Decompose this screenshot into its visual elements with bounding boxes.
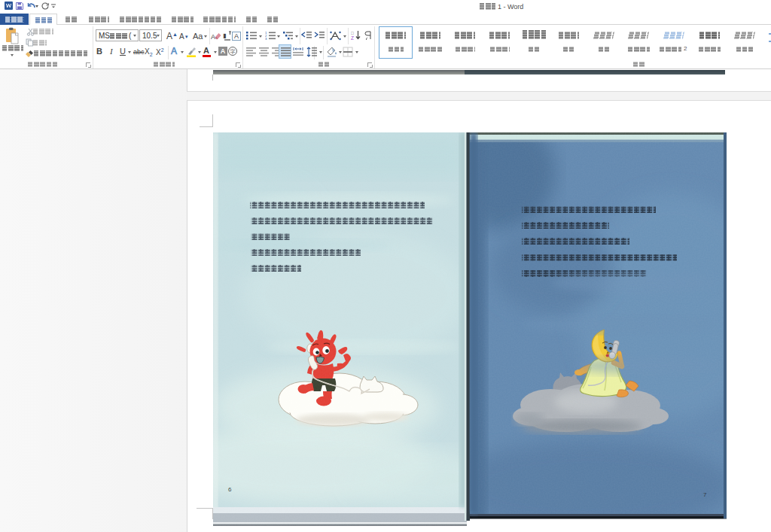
- svg-text:3: 3: [265, 37, 267, 40]
- svg-text:▮: ▮: [223, 32, 226, 39]
- svg-text:Z: Z: [351, 35, 354, 41]
- svg-text:A: A: [211, 33, 215, 41]
